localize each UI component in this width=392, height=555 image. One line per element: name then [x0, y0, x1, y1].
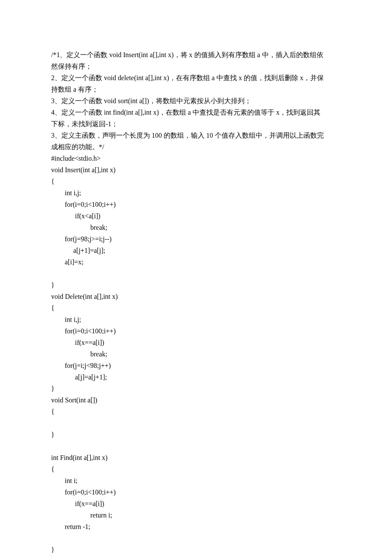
code-line: break; — [51, 222, 341, 233]
code-line: { — [51, 463, 341, 475]
code-line: 3、定义主函数，声明一个长度为 100 的数组，输入 10 个值存入数组中，并调… — [51, 130, 341, 141]
code-line: a[i]=x; — [51, 256, 341, 268]
code-line: int i; — [51, 475, 341, 486]
code-line: return i; — [51, 509, 341, 521]
document-page: /*1、定义一个函数 void Insert(int a[],int x)，将 … — [0, 0, 392, 555]
code-line: 2、定义一个函数 void delete(int a[],int x)，在有序数… — [51, 72, 341, 84]
code-line: 持数组 a 有序； — [51, 84, 341, 95]
code-line: { — [51, 176, 341, 187]
code-line: } — [51, 429, 341, 440]
code-line: } — [51, 279, 341, 291]
code-line: if(x==a[i]) — [51, 337, 341, 348]
code-line: { — [51, 302, 341, 314]
code-line: 然保持有序； — [51, 61, 341, 72]
code-line: void Delete(int a[],int x) — [51, 291, 341, 302]
code-line: void Sort(int a[]) — [51, 394, 341, 406]
code-line: /*1、定义一个函数 void Insert(int a[],int x)，将 … — [51, 49, 341, 61]
code-line: return -1; — [51, 521, 341, 532]
code-line — [51, 268, 341, 279]
code-line: a[j+1]=a[j]; — [51, 245, 341, 256]
code-line — [51, 440, 341, 452]
code-line: break; — [51, 348, 341, 360]
code-line: for(j=i;j<98;j++) — [51, 360, 341, 371]
code-line: int i,j; — [51, 187, 341, 199]
code-line: 成相应的功能。*/ — [51, 141, 341, 153]
code-line: for(i=0;i<100;i++) — [51, 325, 341, 337]
code-line: void Insert(int a[],int x) — [51, 164, 341, 176]
code-line — [51, 417, 341, 429]
code-line: int Find(int a[],int x) — [51, 452, 341, 463]
code-line: a[j]=a[j+1]; — [51, 371, 341, 383]
code-line — [51, 532, 341, 544]
code-line: for(i=0;i<100;i++) — [51, 199, 341, 210]
code-line: for(j=98;j>=i;j--) — [51, 233, 341, 245]
code-line: if(x==a[i]) — [51, 498, 341, 509]
code-line: } — [51, 544, 341, 555]
code-line: 下标，未找到返回-1； — [51, 118, 341, 130]
code-line: } — [51, 383, 341, 394]
code-line: 4、定义一个函数 int find(int a[],int x)，在数组 a 中… — [51, 107, 341, 118]
code-line: #include<stdio.h> — [51, 153, 341, 164]
code-line: int i,j; — [51, 314, 341, 325]
code-line: 3、定义一个函数 void sort(int a[])，将数组中元素按从小到大排… — [51, 95, 341, 107]
code-line: for(i=0;i<100;i++) — [51, 486, 341, 498]
code-line: { — [51, 406, 341, 417]
code-line: if(x<a[i]) — [51, 210, 341, 222]
